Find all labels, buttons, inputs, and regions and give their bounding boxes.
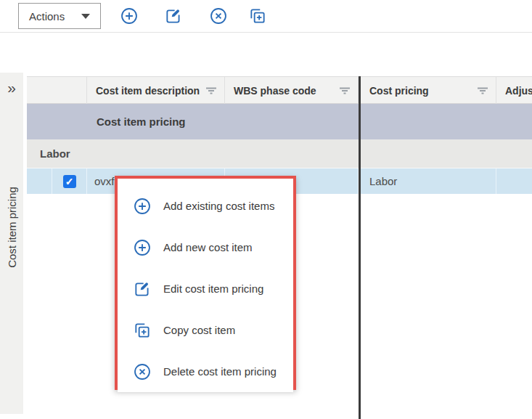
side-panel-label[interactable]: Cost item pricing <box>6 187 18 268</box>
menu-item-label: Add new cost item <box>163 241 253 253</box>
filter-icon[interactable] <box>477 86 488 96</box>
chevron-down-icon <box>81 14 90 19</box>
menu-item-copy-cost-item[interactable]: Copy cost item <box>118 309 293 351</box>
delete-circle-icon <box>133 362 152 381</box>
menu-item-label: Add existing cost items <box>163 200 274 212</box>
menu-item-delete-cost-item-pricing[interactable]: Delete cost item pricing <box>118 351 293 392</box>
actions-dropdown-button[interactable]: Actions <box>18 3 101 29</box>
row-checkbox-cell: ✓ <box>52 168 87 194</box>
checkmark-icon: ✓ <box>65 176 74 187</box>
toolbar: Actions <box>0 0 532 33</box>
group-header-label: Cost item pricing <box>97 115 186 128</box>
copy-icon[interactable] <box>248 7 267 25</box>
menu-item-label: Delete cost item pricing <box>163 365 277 378</box>
cell-cost-pricing[interactable]: Labor <box>361 168 496 194</box>
header-label: WBS phase code <box>234 85 316 97</box>
grid-header-row: Cost item description WBS phase code Cos… <box>27 76 532 104</box>
filter-icon[interactable] <box>339 86 351 96</box>
add-circle-icon <box>133 197 152 216</box>
add-circle-icon <box>133 238 152 257</box>
header-label: Cost item description <box>96 85 200 97</box>
header-cost-pricing[interactable]: Cost pricing <box>361 77 496 104</box>
group-header-cost-item-pricing: Cost item pricing <box>27 104 532 139</box>
menu-item-label: Copy cost item <box>163 324 235 336</box>
subgroup-row-labor[interactable]: Labor <box>27 139 532 168</box>
edit-icon[interactable] <box>164 7 183 25</box>
header-select-column <box>27 77 87 104</box>
context-menu: Add existing cost items Add new cost ite… <box>115 176 296 390</box>
menu-item-add-existing-cost-items[interactable]: Add existing cost items <box>118 185 293 227</box>
menu-item-add-new-cost-item[interactable]: Add new cost item <box>118 227 293 268</box>
header-label: Adjus <box>505 85 532 97</box>
menu-item-edit-cost-item-pricing[interactable]: Edit cost item pricing <box>118 268 293 309</box>
delete-circle-icon[interactable] <box>209 7 228 25</box>
row-handle-cell[interactable] <box>27 168 52 194</box>
filter-icon[interactable] <box>205 86 217 96</box>
add-circle-icon[interactable] <box>120 7 139 25</box>
actions-dropdown-label: Actions <box>29 10 65 23</box>
header-label: Cost pricing <box>369 85 429 97</box>
header-wbs-phase-code[interactable]: WBS phase code <box>225 77 359 104</box>
expand-panel-chevron-icon[interactable]: » <box>3 78 20 97</box>
subgroup-label: Labor <box>40 147 70 160</box>
header-cost-item-description[interactable]: Cost item description <box>87 77 225 104</box>
side-panel-strip: » Cost item pricing <box>0 73 23 414</box>
menu-item-label: Edit cost item pricing <box>163 282 263 295</box>
cell-adjusted[interactable] <box>496 168 532 194</box>
row-checkbox[interactable]: ✓ <box>63 175 76 188</box>
header-adjusted[interactable]: Adjus <box>496 77 532 104</box>
frozen-column-divider <box>359 76 361 419</box>
edit-icon <box>133 280 152 298</box>
copy-icon <box>133 321 152 340</box>
